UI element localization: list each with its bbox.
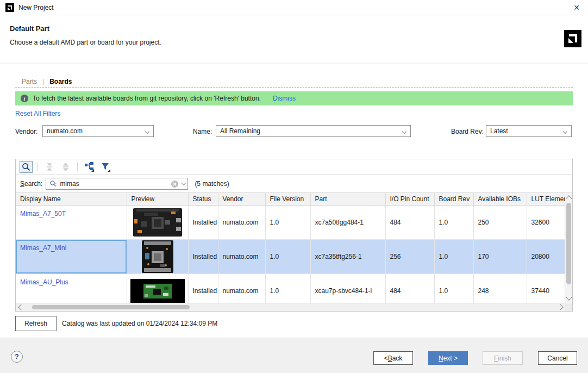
board-rev-cell: 1.0 bbox=[434, 206, 473, 240]
group-by-icon bbox=[84, 161, 95, 172]
horizontal-scrollbar[interactable] bbox=[16, 303, 566, 311]
status-cell: Installed bbox=[188, 274, 218, 303]
reset-all-filters-link[interactable]: Reset All Filters bbox=[15, 110, 60, 117]
board-name-link[interactable]: Mimas_AU_Plus bbox=[20, 278, 68, 286]
vertical-scrollbar-thumb[interactable] bbox=[566, 203, 571, 284]
scrollbar-corner bbox=[565, 303, 572, 311]
cancel-button[interactable]: Cancel bbox=[538, 351, 577, 365]
tab-boards[interactable]: Boards bbox=[49, 78, 72, 85]
board-rev-label: Board Rev: bbox=[451, 128, 484, 135]
wizard-header: Default Part Choose a default AMD part o… bbox=[0, 15, 588, 64]
file-version-cell: 1.0 bbox=[265, 240, 310, 274]
col-vendor[interactable]: Vendor bbox=[218, 193, 265, 206]
info-icon: i bbox=[21, 95, 28, 102]
chevron-down-icon bbox=[562, 129, 567, 134]
col-available-iobs[interactable]: Available IOBs bbox=[473, 193, 527, 206]
available-iobs-cell: 248 bbox=[473, 274, 527, 303]
group-by-button[interactable] bbox=[83, 161, 96, 173]
name-select[interactable]: All Remaining bbox=[216, 125, 411, 137]
col-part[interactable]: Part bbox=[310, 193, 385, 206]
next-button[interactable]: Next > bbox=[428, 351, 468, 365]
info-banner: i To fetch the latest available boards f… bbox=[15, 91, 573, 105]
board-preview-image bbox=[127, 240, 188, 274]
name-label: Name: bbox=[193, 128, 212, 135]
board-rev-cell: 1.0 bbox=[434, 240, 473, 274]
search-icon bbox=[21, 162, 31, 172]
io-pin-count-cell: 484 bbox=[385, 206, 434, 240]
part-cell: xc7a50tfgg484-1 bbox=[310, 206, 385, 240]
vertical-scrollbar[interactable] bbox=[565, 193, 572, 303]
col-io-pin-count[interactable]: I/O Pin Count bbox=[385, 193, 434, 206]
col-file-version[interactable]: File Version bbox=[265, 193, 310, 206]
scroll-right-icon[interactable] bbox=[557, 304, 563, 310]
boards-table: Display Name Preview Status Vendor File … bbox=[16, 193, 566, 303]
name-select-value: All Remaining bbox=[220, 127, 260, 135]
scroll-up-icon[interactable] bbox=[566, 195, 572, 201]
col-display-name[interactable]: Display Name bbox=[16, 193, 127, 206]
search-label: Search: bbox=[20, 180, 42, 188]
amd-logo-icon bbox=[5, 3, 14, 12]
help-button[interactable]: ? bbox=[11, 351, 23, 363]
table-header-row: Display Name Preview Status Vendor File … bbox=[16, 193, 566, 206]
amd-logo-large-icon bbox=[564, 30, 581, 47]
horizontal-scrollbar-thumb[interactable] bbox=[32, 305, 190, 309]
table-row-selected[interactable]: Mimas_A7_Mini bbox=[16, 240, 566, 274]
finish-button: Finish bbox=[483, 351, 523, 365]
scroll-down-icon[interactable] bbox=[566, 294, 572, 300]
vendor-cell: numato.com bbox=[218, 240, 265, 274]
new-project-dialog: New Project ✕ Default Part Choose a defa… bbox=[0, 0, 588, 373]
search-toggle-button[interactable] bbox=[20, 161, 33, 173]
chevron-down-icon bbox=[402, 129, 406, 134]
clear-search-icon[interactable] bbox=[171, 180, 179, 188]
page-title: Default Part bbox=[10, 24, 49, 33]
vendor-select[interactable]: numato.com bbox=[42, 125, 154, 137]
tab-separator: | bbox=[42, 78, 44, 85]
scroll-left-icon[interactable] bbox=[18, 304, 24, 310]
board-name-link[interactable]: Mimas_A7_50T bbox=[20, 210, 66, 217]
back-button[interactable]: < Back bbox=[373, 351, 413, 365]
toolbar-separator bbox=[37, 163, 38, 171]
part-cell: xcau7p-sbvc484-1-i bbox=[310, 274, 385, 303]
board-name-link[interactable]: Mimas_A7_Mini bbox=[20, 244, 66, 252]
io-pin-count-cell: 256 bbox=[385, 240, 434, 274]
status-cell: Installed bbox=[188, 240, 218, 274]
refresh-button[interactable]: Refresh bbox=[15, 316, 57, 331]
search-history-chevron-icon[interactable] bbox=[181, 181, 186, 185]
dismiss-link[interactable]: Dismiss bbox=[273, 95, 296, 102]
filter-button[interactable] bbox=[99, 161, 112, 173]
part-cell: xc7a35tftg256-1 bbox=[310, 240, 385, 274]
page-subtitle: Choose a default AMD part or board for y… bbox=[10, 39, 161, 46]
file-version-cell: 1.0 bbox=[265, 206, 310, 240]
vendor-cell: numato.com bbox=[218, 274, 265, 303]
lut-elements-cell: 37440 bbox=[527, 274, 566, 303]
tab-parts[interactable]: Parts bbox=[22, 78, 37, 85]
expand-all-button bbox=[59, 161, 72, 173]
table-toolbar bbox=[16, 159, 572, 175]
window-title: New Project bbox=[18, 4, 54, 11]
vendor-select-value: numato.com bbox=[47, 127, 83, 135]
search-value: mimas bbox=[60, 180, 79, 188]
collapse-all-icon bbox=[45, 162, 54, 172]
io-pin-count-cell: 484 bbox=[385, 274, 434, 303]
table-row[interactable]: Mimas_A7_50T bbox=[16, 206, 566, 240]
title-bar: New Project ✕ bbox=[0, 0, 588, 15]
col-preview[interactable]: Preview bbox=[127, 193, 188, 206]
available-iobs-cell: 250 bbox=[473, 206, 527, 240]
lut-elements-cell: 32600 bbox=[527, 206, 566, 240]
toolbar-separator bbox=[77, 163, 78, 171]
catalog-status-text: Catalog was last updated on 01/24/2024 1… bbox=[62, 320, 217, 327]
banner-text: To fetch the latest available boards fro… bbox=[33, 95, 261, 102]
close-icon[interactable]: ✕ bbox=[571, 3, 583, 12]
col-lut-elements[interactable]: LUT Elements bbox=[527, 193, 566, 206]
footer-bar: ? < Back Next > Finish Cancel bbox=[0, 338, 588, 373]
col-board-rev[interactable]: Board Rev bbox=[434, 193, 473, 206]
lut-elements-cell: 20800 bbox=[527, 240, 566, 274]
board-rev-select[interactable]: Latest bbox=[486, 125, 572, 137]
board-preview-image bbox=[127, 274, 188, 303]
search-icon bbox=[49, 180, 57, 188]
search-input[interactable]: mimas bbox=[46, 178, 188, 190]
vendor-cell: numato.com bbox=[218, 206, 265, 240]
collapse-all-button bbox=[43, 161, 56, 173]
col-status[interactable]: Status bbox=[188, 193, 218, 206]
table-row[interactable]: Mimas_AU_Plus bbox=[16, 274, 566, 303]
